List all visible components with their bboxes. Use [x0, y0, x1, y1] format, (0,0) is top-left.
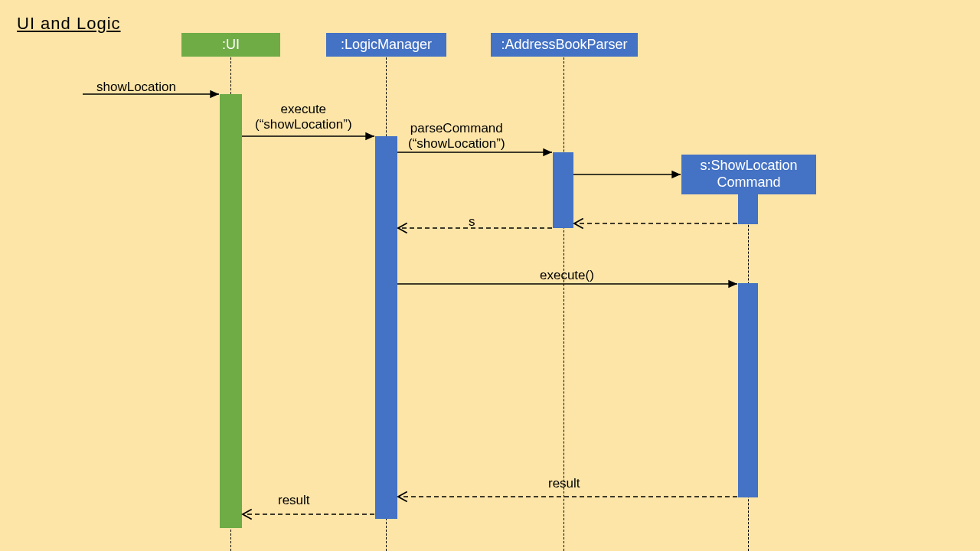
- label-parsecommand: parseCommand (“showLocation”): [408, 121, 505, 152]
- label-return-s: s: [469, 214, 475, 230]
- diagram-title: UI and Logic: [17, 14, 121, 34]
- lifeline-ui: :UI: [181, 33, 280, 57]
- lifeline-address-book-parser: :AddressBookParser: [491, 33, 638, 57]
- label-result-logic: result: [548, 476, 580, 491]
- lifeline-logic-manager: :LogicManager: [326, 33, 446, 57]
- activation-parser: [553, 152, 573, 228]
- label-showlocation: showLocation: [96, 80, 176, 95]
- activation-command-execute: [738, 283, 758, 497]
- activation-command-create: [738, 194, 758, 224]
- activation-ui: [220, 94, 242, 528]
- label-execute: execute (“showLocation”): [255, 102, 352, 133]
- lifeline-show-location-command: s:ShowLocation Command: [681, 155, 816, 194]
- label-result-ui: result: [278, 493, 310, 508]
- activation-logic: [375, 136, 397, 519]
- label-execute-call: execute(): [540, 268, 594, 283]
